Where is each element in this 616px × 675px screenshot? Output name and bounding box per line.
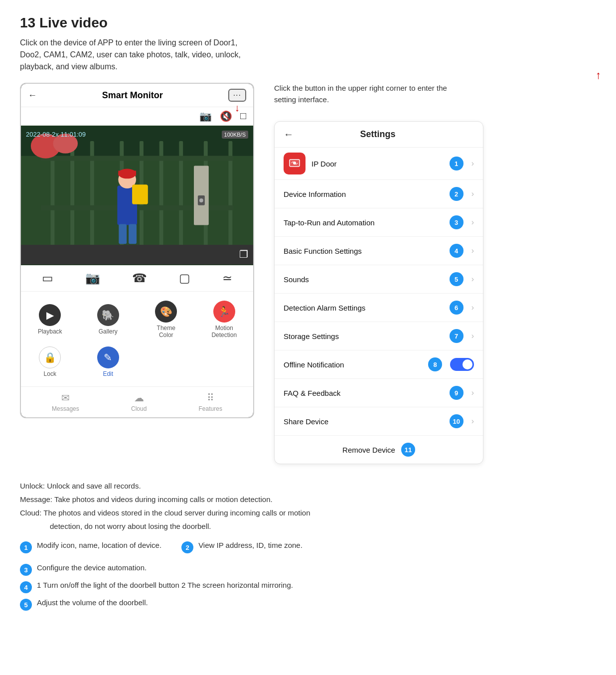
playback-label: Playback — [38, 328, 62, 335]
theme-color-label: ThemeColor — [157, 325, 175, 338]
intro-text: Click on the device of APP to enter the … — [20, 37, 249, 73]
detection-alarm-label: Detection Alarm Settings — [284, 304, 444, 312]
settings-row-tap-to-run[interactable]: Tap-to-Run and Automation 3 › — [275, 208, 483, 237]
photo-icon[interactable]: 📷 — [199, 110, 212, 122]
share-device-label: Share Device — [284, 417, 444, 426]
storage-label: Storage Settings — [284, 332, 444, 340]
note-unlock: Unlock: Unlock and save all records. — [20, 479, 596, 493]
gallery-button[interactable]: 🐘 Gallery — [79, 297, 138, 342]
red-arrow-down: ↓ — [235, 102, 240, 114]
video-timestamp: 2022-08-2x 11:01:09 — [26, 131, 86, 138]
menu-icon[interactable]: ≃ — [222, 271, 232, 285]
phone-title: Smart Monitor — [102, 90, 163, 101]
settings-row-basic-functions[interactable]: Basic Function Settings 4 › — [275, 237, 483, 265]
svg-rect-19 — [129, 224, 137, 244]
offline-notification-toggle[interactable] — [450, 358, 474, 371]
edit-icon: ✎ — [97, 346, 119, 368]
storage-badge: 7 — [450, 329, 463, 343]
note-text-2: View IP address, ID, time zone. — [198, 541, 303, 549]
mute-icon[interactable]: 🔇 — [220, 110, 232, 122]
phone-header: ← Smart Monitor ··· ↓ — [21, 84, 253, 107]
numbered-notes: 1 Modify icon, name, location of device.… — [20, 541, 596, 611]
tap-to-run-label: Tap-to-Run and Automation — [284, 218, 444, 227]
nav-cloud[interactable]: ☁ Cloud — [131, 392, 147, 412]
basic-functions-label: Basic Function Settings — [284, 247, 444, 255]
more-button[interactable]: ··· — [228, 89, 246, 102]
cloud-icon: ☁ — [134, 392, 144, 404]
ip-door-chevron: › — [471, 159, 474, 168]
note-text-4: 1 Turn on/off the light of the doorbell … — [37, 581, 293, 589]
svg-rect-11 — [41, 156, 234, 161]
tap-to-run-badge: 3 — [450, 215, 463, 229]
main-layout: ← Smart Monitor ··· ↓ 📷 🔇 □ — [20, 83, 596, 464]
settings-row-offline-notification[interactable]: Offline Notification 8 — [275, 350, 483, 379]
nav-features[interactable]: ⠿ Features — [199, 392, 222, 412]
note-badge-2: 2 — [181, 541, 193, 553]
numbered-note-4: 4 1 Turn on/off the light of the doorbel… — [20, 581, 596, 593]
settings-row-share-device[interactable]: Share Device 10 › — [275, 407, 483, 436]
settings-row-device-info[interactable]: Device Information 2 › — [275, 180, 483, 208]
palette-icon: 🎨 — [155, 301, 177, 323]
edit-button[interactable]: ✎ Edit — [79, 342, 138, 381]
nav-messages[interactable]: ✉ Messages — [52, 392, 79, 412]
note-text-5: Adjust the volume of the doorbell. — [37, 598, 148, 607]
note-text-1: Modify icon, name, location of device. — [37, 541, 161, 549]
bottom-buttons: ▶ Playback 🐘 Gallery 🎨 ThemeColor 🏃 Moti… — [21, 292, 253, 387]
top-red-arrow-icon: ↑ — [596, 69, 601, 82]
faq-badge: 9 — [450, 386, 463, 400]
ip-door-label: IP Door — [311, 160, 444, 168]
phone-header-icons: ··· ↓ — [228, 89, 246, 102]
settings-row-detection-alarm[interactable]: Detection Alarm Settings 6 › — [275, 294, 483, 322]
settings-back-button[interactable]: ← — [284, 129, 294, 140]
layout-icon[interactable]: □ — [240, 110, 246, 122]
settings-row-sounds[interactable]: Sounds 5 › — [275, 265, 483, 294]
video-bandwidth: 100KB/S — [222, 131, 248, 139]
svg-rect-17 — [132, 184, 148, 204]
video-area: 2022-08-2x 11:01:09 100KB/S ❐ — [21, 126, 253, 265]
svg-rect-16 — [118, 170, 136, 175]
two-col-row-1: 1 Modify icon, name, location of device.… — [20, 541, 596, 553]
sounds-label: Sounds — [284, 275, 444, 284]
phone-mockup: ← Smart Monitor ··· ↓ 📷 🔇 □ — [20, 83, 254, 418]
lock-button[interactable]: 🔒 Lock — [21, 342, 79, 381]
camera-action-icon[interactable]: 📷 — [85, 271, 100, 285]
cloud-label: Cloud — [131, 405, 147, 412]
three-dots-wrapper: ··· ↓ — [228, 89, 246, 102]
numbered-note-2: 2 View IP address, ID, time zone. — [181, 541, 303, 553]
call-icon[interactable]: ☎ — [132, 271, 147, 285]
expand-icon[interactable]: ❐ — [239, 248, 248, 260]
callout-text: Click the button in the upper right corn… — [274, 83, 454, 105]
bottom-notes: Unlock: Unlock and save all records. Mes… — [20, 479, 596, 533]
note-badge-3: 3 — [20, 564, 32, 576]
video-action-icon[interactable]: ▢ — [179, 271, 190, 285]
messages-label: Messages — [52, 405, 79, 412]
faq-chevron: › — [471, 388, 474, 397]
numbered-note-1: 1 Modify icon, name, location of device. — [20, 541, 161, 553]
messages-icon: ✉ — [61, 392, 70, 404]
motion-icon: 🏃 — [213, 301, 235, 323]
detection-alarm-chevron: › — [471, 303, 474, 312]
section-title: 13 Live video — [20, 15, 596, 31]
motion-detection-button[interactable]: 🏃 MotionDetection — [195, 297, 254, 342]
settings-row-storage[interactable]: Storage Settings 7 › — [275, 322, 483, 350]
motion-detection-label: MotionDetection — [211, 325, 237, 338]
settings-row-ip-door[interactable]: IP Door 1 › — [275, 148, 483, 180]
sounds-chevron: › — [471, 275, 474, 284]
back-icon[interactable]: ← — [28, 90, 37, 101]
note-cloud-2: detection, do not worry about losing the… — [20, 519, 596, 533]
svg-point-22 — [199, 198, 203, 202]
note-badge-1: 1 — [20, 541, 32, 553]
share-device-chevron: › — [471, 417, 474, 426]
settings-header: ← Settings — [275, 122, 483, 148]
note-message: Message: Take photos and videos during i… — [20, 493, 596, 506]
scan-icon[interactable]: ▭ — [42, 271, 53, 285]
settings-row-faq[interactable]: FAQ & Feedback 9 › — [275, 379, 483, 407]
playback-icon: ▶ — [39, 304, 61, 326]
remove-device-badge: 11 — [401, 443, 415, 457]
playback-button[interactable]: ▶ Playback — [21, 297, 79, 342]
theme-color-button[interactable]: 🎨 ThemeColor — [137, 297, 195, 342]
tap-to-run-chevron: › — [471, 218, 474, 227]
note-badge-5: 5 — [20, 599, 32, 611]
offline-notification-badge: 8 — [428, 357, 442, 371]
remove-device-row[interactable]: Remove Device 11 — [275, 436, 483, 464]
